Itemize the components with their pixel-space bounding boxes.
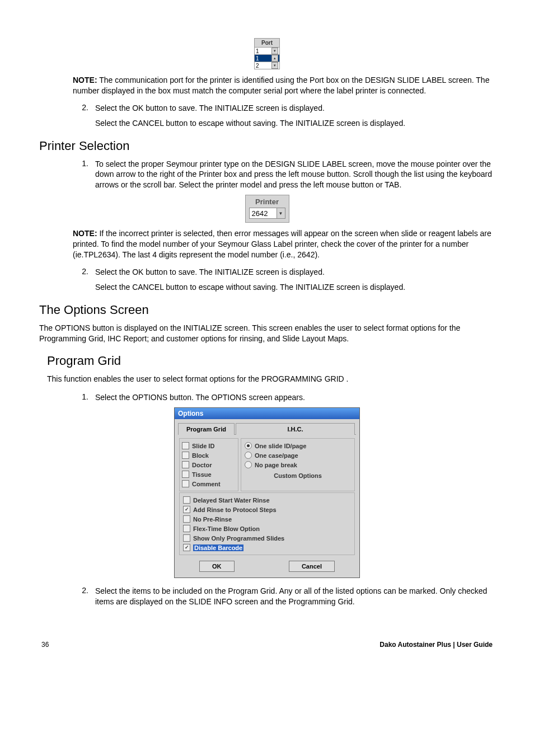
footer-right: Dako Autostainer Plus | User Guide [380,641,493,649]
page-number: 36 [41,641,49,649]
step-number: 1. [73,159,95,191]
checkbox-icon [182,480,189,487]
custom-options-label: Custom Options [245,471,351,480]
printer-value-field: 2642 ▼ [249,208,285,219]
checkbox-show-only-programmed[interactable]: Show Only Programmed Slides [183,533,351,543]
cancel-button[interactable]: Cancel [289,561,335,572]
checkbox-delayed-start[interactable]: Delayed Start Water Rinse [183,495,351,505]
options-screen-paragraph: The OPTIONS button is displayed on the I… [39,323,495,344]
ok-button[interactable]: OK [199,561,235,572]
checkbox-icon [183,515,190,523]
checkbox-doctor[interactable]: Doctor [182,460,236,469]
radio-one-slide-id[interactable]: One slide ID/page [245,441,351,450]
checkbox-icon [183,506,190,513]
heading-options-screen: The Options Screen [39,303,495,317]
options-dialog-figure: Options Program Grid I.H.C. Slide ID Blo… [39,407,495,578]
tab-ihc[interactable]: I.H.C. [236,423,355,435]
page-break-radio-group: One slide ID/page One case/page No page … [241,438,355,491]
step-a2-sub: Select the CANCEL button to escape witho… [95,118,495,129]
radio-no-page-break[interactable]: No page break [245,460,351,469]
checkbox-icon [183,525,190,532]
checkbox-icon [182,452,189,459]
checkbox-comment[interactable]: Comment [182,479,236,489]
checkbox-icon [183,496,190,504]
custom-options-group: Delayed Start Water Rinse Add Rinse to P… [179,492,355,555]
scroll-up-icon: ▴ [271,55,278,62]
port-row-1: 1▾ [255,47,279,54]
checkbox-disable-barcode[interactable]: Disable Barcode [183,543,351,552]
footer-brand: Dako Autostainer Plus [380,641,451,649]
port-row-3: 2▾ [255,62,279,69]
step-text: Select the items to be included on the P… [95,586,495,607]
checkbox-icon [183,534,190,542]
step-text: Select the OPTIONS button. The OPTIONS s… [95,392,495,403]
chevron-down-icon: ▾ [271,48,278,54]
note-text: The communication port for the printer i… [73,76,489,95]
checkbox-no-pre-rinse[interactable]: No Pre-Rinse [183,514,351,524]
port-box-label: Port [255,39,279,47]
step-a2: 2. Select the OK button to save. The INI… [73,103,495,114]
printer-box: Printer 2642 ▼ [245,195,289,223]
checkbox-tissue[interactable]: Tissue [182,469,236,479]
step-c1: 1. Select the OPTIONS button. The OPTION… [73,392,495,403]
note-label: NOTE: [73,229,97,238]
checkbox-add-rinse[interactable]: Add Rinse to Protocol Steps [183,505,351,514]
step-b2: 2. Select the OK button to save. The INI… [73,267,495,278]
note-text: If the incorrect printer is selected, th… [73,229,491,259]
step-c2: 2. Select the items to be included on th… [73,586,495,607]
checkbox-slide-id[interactable]: Slide ID [182,441,236,450]
step-b1: 1. To select the proper Seymour printer … [73,159,495,191]
step-text: To select the proper Seymour printer typ… [95,159,495,191]
dialog-tabs: Program Grid I.H.C. [178,422,356,435]
checkbox-icon [182,461,189,468]
heading-printer-selection: Printer Selection [39,139,495,153]
port-box-figure: Port 1▾ 1▴ 2▾ [39,38,495,69]
dialog-titlebar: Options [175,408,359,419]
radio-icon [245,452,252,459]
checkbox-icon [182,442,189,449]
printer-box-figure: Printer 2642 ▼ [39,195,495,223]
printer-value: 2642 [250,209,277,218]
radio-icon [245,442,252,449]
scroll-down-icon: ▾ [271,62,278,69]
program-grid-paragraph: This function enables the user to select… [47,374,495,384]
step-number: 1. [73,392,95,403]
step-number: 2. [73,267,95,278]
checkbox-block[interactable]: Block [182,450,236,460]
step-number: 2. [73,103,95,114]
checkbox-icon [183,544,190,551]
port-box: Port 1▾ 1▴ 2▾ [254,38,280,69]
note-label: NOTE: [73,76,97,84]
note-printer: NOTE: If the incorrect printer is select… [73,228,495,260]
step-b2-sub: Select the CANCEL button to escape witho… [95,282,495,293]
program-grid-checkbox-group: Slide ID Block Doctor Tissue Comment [179,438,238,491]
footer-guide: | User Guide [451,641,493,649]
printer-box-label: Printer [249,198,285,206]
step-text: Select the OK button to save. The INITIA… [95,267,495,278]
chevron-down-icon: ▼ [277,208,285,218]
heading-program-grid: Program Grid [47,354,495,368]
note-port: NOTE: The communication port for the pri… [73,75,495,96]
checkbox-icon [182,471,189,478]
radio-one-case[interactable]: One case/page [245,450,351,460]
checkbox-flex-time[interactable]: Flex-Time Blow Option [183,524,351,533]
tab-program-grid[interactable]: Program Grid [178,423,235,435]
options-dialog: Options Program Grid I.H.C. Slide ID Blo… [174,407,360,578]
port-row-selected: 1▴ [255,54,279,62]
radio-icon [245,461,252,468]
step-text: Select the OK button to save. The INITIA… [95,103,495,114]
step-number: 2. [73,586,95,607]
page-footer: 36 Dako Autostainer Plus | User Guide [39,641,495,649]
